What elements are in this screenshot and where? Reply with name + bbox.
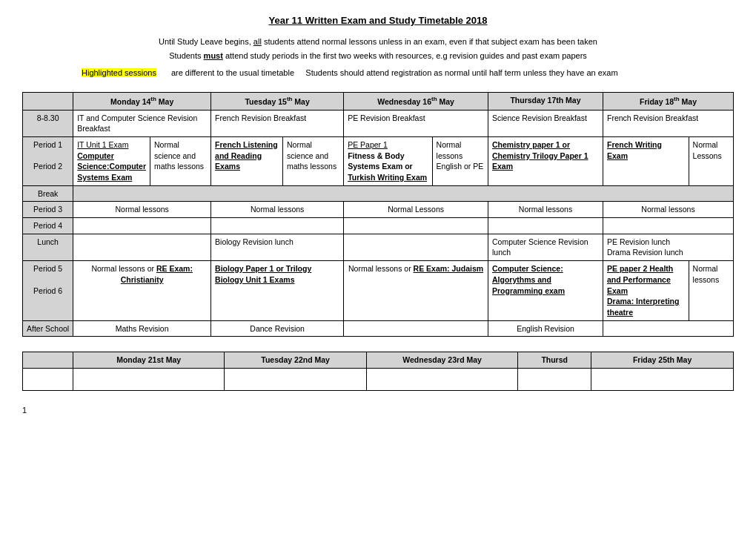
cell-fri18-p1p2-sub: Normal Lessons	[689, 136, 733, 185]
highlighted-note-text: are different to the usual timetable Stu…	[171, 68, 618, 77]
w2-cell-fri	[591, 368, 734, 390]
w2-col-header-tue22: Tuesday 22nd May	[225, 352, 367, 369]
cell-fri18-p1p2-main: French Writing Exam	[603, 136, 689, 185]
cell-mon14-p4	[73, 218, 211, 234]
cell-tue15-p1p2-main: French Listening and Reading Exams	[211, 136, 283, 185]
w2-cell-wed	[367, 368, 518, 390]
cell-thu17-p3: Normal lessons	[488, 202, 603, 218]
cell-tue15-p5p6: Biology Paper 1 or Trilogy Biology Unit …	[211, 261, 344, 320]
row-label-period5-6: Period 5Period 6	[23, 261, 73, 320]
cell-wed16-after	[344, 320, 488, 337]
week2-table: Monday 21st May Tuesday 22nd May Wednesd…	[22, 352, 734, 391]
cell-wed16-p1p2-sub: Normal lessons English or PE	[432, 136, 488, 185]
cell-wed16-p4	[344, 218, 488, 234]
cell-mon14-p1p2-sub: Normal science and maths lessons	[150, 136, 210, 185]
cell-fri18-p4	[603, 218, 734, 234]
cell-thu17-p5p6-main: Computer Science: Algorythms and Program…	[488, 261, 603, 320]
w2-empty-label	[23, 368, 73, 390]
cell-thu17-p1p2: Chemistry paper 1 or Chemistry Trilogy P…	[488, 136, 603, 185]
w2-col-header-fri25: Friday 25th May	[591, 352, 734, 369]
w2-col-header-thu: Thursd	[518, 352, 591, 369]
intro-section: Until Study Leave begins, all students a…	[22, 35, 734, 62]
col-header-tue15: Tuesday 15th May	[211, 93, 344, 110]
cell-mon14-breakfast: IT and Computer Science Revision Breakfa…	[73, 110, 211, 136]
page-title: Year 11 Written Exam and Study Timetable…	[22, 15, 734, 26]
cell-thu17-after: English Revision	[488, 320, 603, 337]
row-label-lunch: Lunch	[23, 234, 73, 260]
cell-tue15-lunch: Biology Revision lunch	[211, 234, 344, 260]
cell-wed16-p5p6: Normal lessons or RE Exam: Judaism	[344, 261, 488, 320]
cell-tue15-after: Dance Revision	[211, 320, 344, 337]
w2-col-header-mon21: Monday 21st May	[73, 352, 225, 369]
week1-table: Monday 14th May Tuesday 15th May Wednesd…	[22, 92, 734, 337]
row-period3: Period 3 Normal lessons Normal lessons N…	[23, 202, 734, 218]
cell-thu17-p4	[488, 218, 603, 234]
row-label-period4: Period 4	[23, 218, 73, 234]
cell-fri18-p3: Normal lessons	[603, 202, 734, 218]
cell-break-empty	[73, 185, 734, 202]
w2-col-header-wed23: Wednesday 23rd May	[367, 352, 518, 369]
col-header-empty	[23, 93, 73, 110]
col-header-fri18: Friday 18th May	[603, 93, 734, 110]
row-label-after-school: After School	[23, 320, 73, 337]
col-header-wed16: Wednesday 16th May	[344, 93, 488, 110]
cell-wed16-p1p2-main: PE Paper 1 Fitness & Body Systems Exam o…	[344, 136, 432, 185]
cell-fri18-lunch: PE Revision lunchDrama Revision lunch	[603, 234, 734, 260]
cell-mon14-lunch	[73, 234, 211, 260]
cell-wed16-breakfast: PE Revision Breakfast	[344, 110, 488, 136]
col-header-thu17: Thursday 17th May	[488, 93, 603, 110]
row-label-period1: Period 1Period 2	[23, 136, 73, 185]
row-8-830: 8-8.30 IT and Computer Science Revision …	[23, 110, 734, 136]
cell-mon14-after: Maths Revision	[73, 320, 211, 337]
cell-tue15-breakfast: French Revision Breakfast	[211, 110, 344, 136]
highlighted-note: Highlighted sessions are different to th…	[22, 68, 734, 77]
w2-cell-thu	[518, 368, 591, 390]
cell-tue15-p4	[211, 218, 344, 234]
cell-thu17-breakfast: Science Revision Breakfast	[488, 110, 603, 136]
cell-fri18-after	[603, 320, 734, 337]
row-label-period3: Period 3	[23, 202, 73, 218]
cell-mon14-p1p2-main: IT Unit 1 Exam Computer Science:Computer…	[73, 136, 150, 185]
w2-col-header-empty	[23, 352, 73, 369]
w2-cell-mon	[73, 368, 225, 390]
cell-fri18-p5p6-sub: Normal lessons	[689, 261, 733, 320]
cell-fri18-breakfast: French Revision Breakfast	[603, 110, 734, 136]
row-break: Break	[23, 185, 734, 202]
col-header-mon14: Monday 14th May	[73, 93, 211, 110]
cell-tue15-p3: Normal lessons	[211, 202, 344, 218]
row-lunch: Lunch Biology Revision lunch Computer Sc…	[23, 234, 734, 260]
cell-mon14-p5p6: Normal lessons or RE Exam: Christianity	[73, 261, 211, 320]
intro-line1: Until Study Leave begins, all students a…	[22, 35, 734, 49]
cell-tue15-p1p2-sub: Normal science and maths lessons	[283, 136, 344, 185]
row-period4: Period 4	[23, 218, 734, 234]
cell-thu17-lunch: Computer Science Revision lunch	[488, 234, 603, 260]
row-after-school: After School Maths Revision Dance Revisi…	[23, 320, 734, 337]
w2-cell-tue	[225, 368, 367, 390]
row-label-8-830: 8-8.30	[23, 110, 73, 136]
cell-fri18-p5p6-main: PE paper 2 Health and Performance Exam D…	[603, 261, 689, 320]
cell-mon14-p3: Normal lessons	[73, 202, 211, 218]
page-number: 1	[22, 406, 734, 415]
highlighted-sessions-label: Highlighted sessions	[82, 68, 156, 77]
row-label-break: Break	[23, 185, 73, 202]
cell-wed16-p3: Normal Lessons	[344, 202, 488, 218]
intro-line2: Students must attend study periods in th…	[22, 49, 734, 63]
cell-wed16-lunch	[344, 234, 488, 260]
w2-empty-row	[23, 368, 734, 390]
